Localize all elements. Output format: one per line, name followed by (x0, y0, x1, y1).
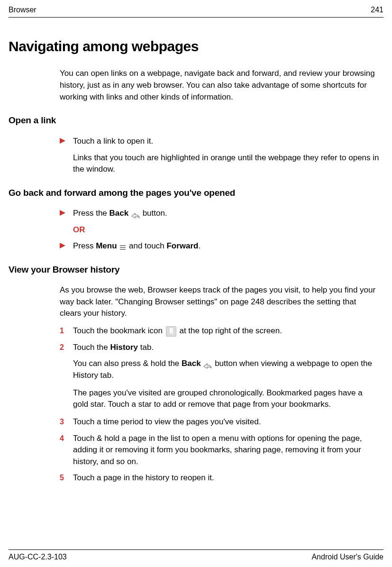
history-content: As you browse the web, Browser keeps tra… (60, 284, 380, 484)
step-text: Touch the bookmark icon at the top right… (73, 325, 380, 337)
bullet-item: Press Menu and touch Forward. (60, 240, 380, 252)
bullet-text: Press the Back button. (73, 208, 380, 219)
sub-text: You can also press & hold the Back butto… (73, 358, 380, 381)
history-intro: As you browse the web, Browser keeps tra… (60, 284, 380, 320)
numbered-item-2: 2 Touch the History tab. (60, 342, 380, 354)
or-label: OR (73, 224, 380, 236)
page-footer: AUG-CC-2.3-103 Android User's Guide (9, 549, 383, 562)
footer-left: AUG-CC-2.3-103 (9, 552, 67, 562)
open-link-content: Touch a link to open it. Links that you … (60, 136, 380, 175)
heading-open-link: Open a link (9, 114, 383, 127)
triangle-bullet-icon (60, 136, 73, 146)
heading-go-back: Go back and forward among the pages you'… (9, 187, 383, 200)
text-part: at the top right of the screen. (177, 326, 282, 335)
triangle-bullet-icon (60, 240, 73, 251)
step-text: Touch a time period to view the pages yo… (73, 416, 380, 428)
heading-history: View your Browser history (9, 264, 383, 276)
text-part: Touch the bookmark icon (73, 326, 165, 335)
page-header: Browser 241 (9, 5, 383, 18)
step-number: 2 (60, 342, 73, 353)
text-part: Touch the (73, 343, 110, 352)
step-number: 5 (60, 472, 73, 483)
triangle-bullet-icon (60, 208, 73, 219)
svg-marker-0 (60, 138, 65, 144)
numbered-item-4: 4 Touch & hold a page in the list to ope… (60, 433, 380, 468)
sub-text: The pages you've visited are grouped chr… (73, 387, 380, 411)
text-part: button. (140, 209, 167, 218)
text-bold: Back (182, 359, 201, 368)
text-part: and touch (127, 241, 166, 250)
header-page-number: 241 (371, 5, 383, 15)
header-section: Browser (9, 5, 36, 15)
step-text: Touch & hold a page in the list to open … (73, 433, 380, 468)
text-bold: History (110, 343, 138, 352)
step-text: Touch the History tab. (73, 342, 380, 354)
text-bold: Back (109, 209, 129, 218)
text-part: Press the (73, 209, 109, 218)
bullet-item: Press the Back button. (60, 208, 380, 219)
sub-text: Links that you touch are highlighted in … (73, 152, 380, 175)
back-arrow-icon (131, 210, 140, 217)
page-title: Navigating among webpages (9, 37, 383, 56)
intro-paragraph: You can open links on a webpage, navigat… (60, 68, 380, 103)
step-text: Touch a page in the history to reopen it… (73, 472, 380, 484)
text-part: You can also press & hold the (73, 359, 182, 368)
menu-icon (119, 243, 127, 249)
numbered-item-5: 5 Touch a page in the history to reopen … (60, 472, 380, 484)
go-back-content: Press the Back button. OR Press Menu (60, 208, 380, 252)
bookmark-icon (166, 326, 176, 337)
step-number: 1 (60, 325, 73, 336)
footer-right: Android User's Guide (311, 552, 383, 562)
svg-marker-2 (60, 243, 65, 248)
text-part: Press (73, 241, 96, 250)
bullet-item: Touch a link to open it. (60, 136, 380, 147)
bullet-text: Touch a link to open it. (73, 136, 380, 147)
page: Browser 241 Navigating among webpages Yo… (0, 0, 392, 567)
text-part: tab. (138, 343, 154, 352)
numbered-item-1: 1 Touch the bookmark icon at the top rig… (60, 325, 380, 337)
step-number: 3 (60, 416, 73, 427)
text-bold: Forward (166, 241, 198, 250)
svg-marker-1 (60, 210, 65, 216)
step-number: 4 (60, 433, 73, 444)
back-arrow-icon (203, 361, 212, 367)
bullet-text: Press Menu and touch Forward. (73, 240, 380, 252)
text-bold: Menu (96, 241, 117, 250)
numbered-item-3: 3 Touch a time period to view the pages … (60, 416, 380, 428)
text-part: . (199, 241, 201, 250)
